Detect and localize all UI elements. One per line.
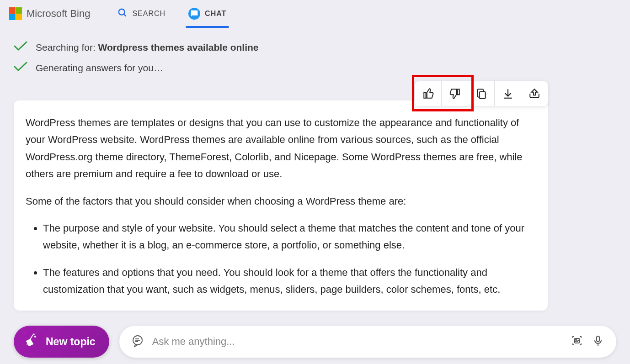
header: Microsoft Bing SEARCH CHAT — [0, 0, 630, 27]
answer-card: WordPress themes are templates or design… — [14, 100, 548, 311]
logo-text: Microsoft Bing — [27, 8, 90, 20]
dislike-button[interactable] — [442, 81, 468, 106]
copy-button[interactable] — [468, 81, 495, 106]
broom-icon — [24, 333, 38, 350]
answer-list: The purpose and style of your website. Y… — [26, 220, 536, 298]
new-topic-button[interactable]: New topic — [14, 326, 109, 358]
svg-point-0 — [119, 9, 125, 15]
tab-search-label: SEARCH — [132, 10, 166, 18]
status-generating: Generating answers for you… — [14, 62, 616, 74]
microphone-icon[interactable] — [592, 334, 604, 349]
nav-tabs: SEARCH CHAT — [117, 0, 226, 28]
svg-line-1 — [124, 14, 126, 16]
bottom-bar: New topic — [14, 326, 616, 358]
image-search-icon[interactable] — [571, 334, 583, 349]
svg-rect-2 — [479, 92, 485, 99]
download-button[interactable] — [495, 81, 521, 106]
search-icon — [117, 8, 128, 20]
answer-toolbar — [415, 81, 548, 106]
tab-chat-label: CHAT — [205, 10, 226, 18]
chat-icon — [188, 8, 200, 20]
tab-chat[interactable]: CHAT — [188, 0, 226, 28]
check-icon — [14, 62, 27, 74]
like-button[interactable] — [415, 81, 442, 106]
svg-rect-16 — [597, 336, 599, 342]
chat-bubble-icon — [131, 334, 144, 349]
share-button[interactable] — [521, 81, 548, 106]
svg-point-8 — [35, 336, 36, 337]
answer-bullet: The features and options that you need. … — [43, 264, 536, 298]
svg-line-5 — [30, 335, 33, 339]
status-searching: Searching for: Wordpress themes availabl… — [14, 41, 616, 53]
answer-paragraph: WordPress themes are templates or design… — [26, 114, 536, 183]
check-icon — [14, 41, 27, 53]
answer-paragraph: Some of the factors that you should cons… — [26, 193, 536, 210]
answer-bullet: The purpose and style of your website. Y… — [43, 220, 536, 254]
logo[interactable]: Microsoft Bing — [9, 7, 90, 20]
chat-input[interactable] — [152, 336, 562, 348]
chat-input-bar — [119, 326, 616, 358]
status-text: Searching for: Wordpress themes availabl… — [36, 42, 258, 53]
status-text: Generating answers for you… — [36, 63, 163, 74]
new-topic-label: New topic — [46, 336, 96, 348]
svg-point-9 — [33, 334, 34, 335]
microsoft-logo-icon — [9, 7, 22, 20]
tab-search[interactable]: SEARCH — [117, 0, 166, 28]
status-area: Searching for: Wordpress themes availabl… — [0, 27, 630, 87]
